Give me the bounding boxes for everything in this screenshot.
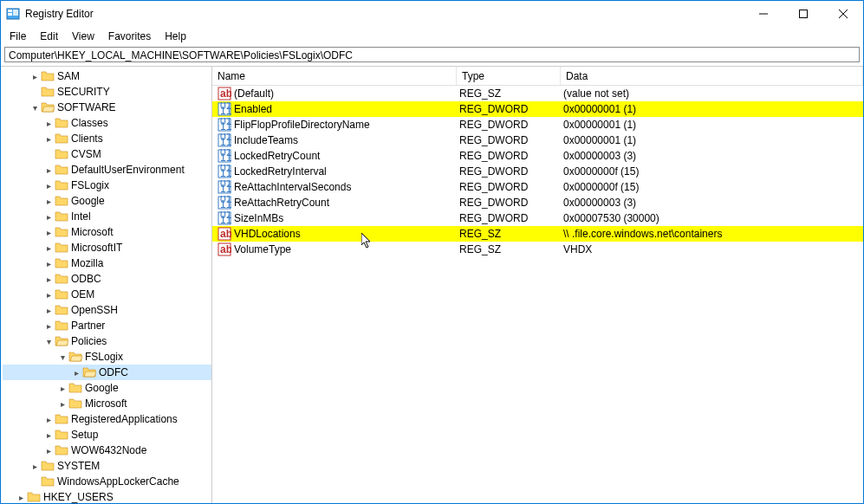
expand-icon[interactable]: ▸ — [56, 399, 68, 409]
tree-item[interactable]: SECURITY — [3, 84, 211, 100]
tree-item-label: CVSM — [71, 148, 101, 160]
value-data: VHDX — [558, 243, 863, 255]
tree-item[interactable]: ▸ Google — [3, 380, 211, 396]
tree-item-label: SOFTWARE — [57, 101, 116, 113]
value-type: REG_DWORD — [454, 134, 558, 146]
maximize-button[interactable] — [783, 1, 823, 27]
expand-icon[interactable]: ▸ — [70, 368, 82, 378]
value-row[interactable]: 011110 FlipFlopProfileDirectoryName REG_… — [212, 117, 863, 132]
expand-icon[interactable]: ▸ — [29, 72, 41, 81]
tree-item[interactable]: ▸ Microsoft — [3, 396, 211, 411]
tree-item-label: FSLogix — [71, 179, 109, 191]
tree-item[interactable]: ▸ Classes — [3, 115, 211, 131]
expand-icon[interactable]: ▸ — [15, 493, 27, 502]
tree-item[interactable]: ▸ DefaultUserEnvironment — [3, 162, 211, 178]
tree-item[interactable]: ▸ Intel — [3, 209, 211, 224]
expand-icon[interactable]: ▸ — [42, 446, 55, 456]
value-row[interactable]: 011110 SizeInMBs REG_DWORD 0x00007530 (3… — [212, 210, 863, 226]
tree-item[interactable]: ▾ SOFTWARE — [3, 100, 211, 115]
svg-text:ab: ab — [220, 228, 231, 240]
value-row[interactable]: ab VolumeType REG_SZ VHDX — [212, 242, 863, 257]
tree-item[interactable]: CVSM — [3, 146, 211, 162]
value-row[interactable]: ab VHDLocations REG_SZ \\ .file.core.win… — [212, 226, 863, 242]
value-row[interactable]: 011110 ReAttachRetryCount REG_DWORD 0x00… — [212, 195, 863, 210]
col-name[interactable]: Name — [212, 67, 457, 85]
address-bar[interactable]: Computer\HKEY_LOCAL_MACHINE\SOFTWARE\Pol… — [4, 47, 860, 62]
expand-icon[interactable]: ▾ — [29, 103, 41, 113]
tree-item[interactable]: ▸ HKEY_USERS — [3, 489, 211, 503]
expand-icon[interactable]: ▸ — [42, 119, 55, 128]
tree-item[interactable]: ▸ WOW6432Node — [3, 443, 211, 458]
svg-rect-2 — [8, 13, 12, 16]
menu-edit[interactable]: Edit — [35, 29, 63, 44]
value-row[interactable]: 011110 ReAttachIntervalSeconds REG_DWORD… — [212, 179, 863, 195]
expand-icon[interactable]: ▸ — [56, 384, 68, 393]
expand-icon[interactable]: ▸ — [42, 306, 55, 315]
expand-icon[interactable]: ▸ — [42, 181, 55, 191]
tree-item[interactable]: ▸ Microsoft — [3, 224, 211, 240]
tree-item[interactable]: ▸ OEM — [3, 287, 211, 302]
tree-item-label: SYSTEM — [57, 460, 100, 472]
value-row[interactable]: 011110 LockedRetryInterval REG_DWORD 0x0… — [212, 164, 863, 179]
tree-item[interactable]: ▸ SAM — [3, 68, 211, 84]
close-button[interactable] — [823, 1, 863, 27]
expand-icon[interactable]: ▸ — [42, 197, 55, 206]
svg-text:ab: ab — [220, 243, 231, 255]
value-type: REG_DWORD — [454, 150, 558, 162]
tree-item[interactable]: WindowsAppLockerCache — [3, 474, 211, 489]
expand-icon[interactable]: ▸ — [42, 165, 55, 175]
expand-icon[interactable]: ▸ — [42, 259, 55, 268]
tree-item-label: WindowsAppLockerCache — [57, 475, 179, 488]
tree-item[interactable]: ▸ Google — [3, 193, 211, 209]
tree-item[interactable]: ▸ OpenSSH — [3, 302, 211, 318]
menu-view[interactable]: View — [67, 29, 100, 44]
value-name: SizeInMBs — [234, 212, 454, 224]
expand-icon[interactable]: ▸ — [42, 228, 55, 237]
expand-icon[interactable]: ▸ — [42, 243, 55, 253]
value-type: REG_DWORD — [454, 165, 558, 178]
col-type[interactable]: Type — [457, 67, 561, 85]
tree-item[interactable]: ▸ Clients — [3, 131, 211, 146]
tree-item[interactable]: ▸ ODBC — [3, 271, 211, 287]
tree-item[interactable]: ▸ Setup — [3, 427, 211, 443]
expand-icon[interactable]: ▸ — [42, 321, 55, 331]
value-name: VHDLocations — [234, 228, 454, 240]
value-data: 0x00007530 (30000) — [558, 212, 863, 224]
tree-item[interactable]: ▸ FSLogix — [3, 178, 211, 193]
expand-icon[interactable]: ▾ — [42, 337, 55, 346]
minimize-button[interactable] — [744, 1, 783, 27]
menu-help[interactable]: Help — [159, 29, 192, 44]
value-row[interactable]: 011110 LockedRetryCount REG_DWORD 0x0000… — [212, 148, 863, 164]
menu-file[interactable]: File — [4, 29, 31, 44]
value-row[interactable]: 011110 Enabled REG_DWORD 0x00000001 (1) — [212, 101, 863, 117]
expand-icon[interactable]: ▸ — [42, 415, 55, 424]
value-row[interactable]: 011110 IncludeTeams REG_DWORD 0x00000001… — [212, 132, 863, 148]
expand-icon[interactable]: ▸ — [42, 212, 55, 222]
tree-item-label: ODFC — [99, 366, 128, 378]
tree-item-label: SAM — [57, 70, 80, 82]
tree-item-label: MicrosoftIT — [71, 242, 122, 254]
tree-item[interactable]: ▸ SYSTEM — [3, 458, 211, 474]
expand-icon[interactable]: ▾ — [56, 352, 68, 362]
app-icon — [6, 7, 20, 21]
tree-item[interactable]: ▸ Partner — [3, 318, 211, 333]
expand-icon[interactable]: ▸ — [42, 134, 55, 144]
expand-icon[interactable]: ▸ — [42, 290, 55, 300]
value-type: REG_SZ — [454, 228, 558, 240]
tree-item[interactable]: ▾ FSLogix — [3, 349, 211, 365]
tree-item[interactable]: ▸ RegisteredApplications — [3, 411, 211, 427]
tree-item-label: Microsoft — [71, 226, 114, 238]
tree-item[interactable]: ▾ Policies — [3, 333, 211, 349]
value-row[interactable]: ab (Default) REG_SZ (value not set) — [212, 86, 863, 101]
values-list[interactable]: Name Type Data ab (Default) REG_SZ (valu… — [212, 67, 863, 503]
expand-icon[interactable]: ▸ — [42, 275, 55, 284]
tree-item[interactable]: ▸ ODFC — [3, 365, 211, 380]
tree-view[interactable]: ▸ SAM SECURITY▾ SOFTWARE▸ Classes▸ Clien… — [1, 67, 212, 503]
expand-icon[interactable]: ▸ — [42, 430, 55, 440]
svg-rect-1 — [8, 10, 12, 12]
tree-item[interactable]: ▸ Mozilla — [3, 255, 211, 271]
menu-favorites[interactable]: Favorites — [103, 29, 156, 44]
tree-item[interactable]: ▸ MicrosoftIT — [3, 240, 211, 255]
col-data[interactable]: Data — [561, 67, 863, 85]
expand-icon[interactable]: ▸ — [29, 462, 41, 471]
